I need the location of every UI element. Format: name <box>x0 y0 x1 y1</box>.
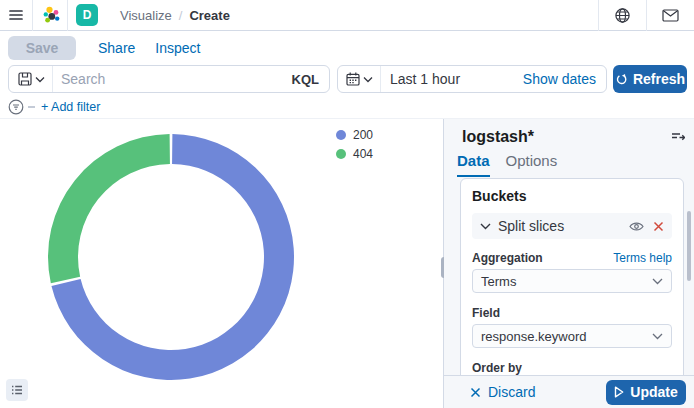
filter-options-button[interactable] <box>8 99 24 115</box>
buckets-panel: Buckets Split slices <box>460 178 684 376</box>
help-globe-button[interactable] <box>599 0 646 31</box>
time-range-value[interactable]: Last 1 hour <box>381 71 460 87</box>
editor-sidebar: logstash* Data Options Buckets Split sli… <box>444 119 694 408</box>
breadcrumb-separator: / <box>179 8 183 23</box>
hamburger-icon <box>8 7 24 23</box>
top-header: D Visualize / Create <box>0 0 694 31</box>
donut-chart[interactable] <box>47 133 295 381</box>
query-bar: KQL Last 1 hour Show dates <box>0 64 694 94</box>
chevron-down-icon <box>652 277 663 285</box>
filter-funnel-icon <box>8 99 24 115</box>
legend-label: 404 <box>353 147 373 161</box>
update-label: Update <box>630 384 677 400</box>
pie-slice-404[interactable] <box>48 134 170 283</box>
legend-dot-200 <box>336 130 346 140</box>
sidebar-tabs: Data Options <box>457 152 557 177</box>
index-pattern-title: logstash* <box>462 128 534 146</box>
show-dates-button[interactable]: Show dates <box>523 71 606 87</box>
split-slices-label: Split slices <box>498 218 564 234</box>
menu-right-icon <box>671 131 685 143</box>
aggregation-select[interactable]: Terms <box>472 269 672 293</box>
header-divider <box>67 0 68 31</box>
close-icon <box>470 387 481 398</box>
elastic-logo-button[interactable] <box>37 0 67 31</box>
header-divider <box>32 0 33 31</box>
visualization-canvas: 200 404 <box>0 119 443 408</box>
date-quick-menu-button[interactable] <box>338 66 381 92</box>
inspect-button[interactable]: Inspect <box>155 40 200 56</box>
save-button[interactable]: Save <box>8 36 76 60</box>
field-value: response.keyword <box>481 329 587 344</box>
saved-query-menu-button[interactable] <box>9 66 53 92</box>
refresh-icon <box>615 73 628 86</box>
refresh-button[interactable]: Refresh <box>613 65 687 93</box>
legend-dot-404 <box>336 149 346 159</box>
discard-label: Discard <box>488 384 535 400</box>
field-label: Field <box>472 306 500 320</box>
legend-item-404[interactable]: 404 <box>336 147 373 161</box>
field-select[interactable]: response.keyword <box>472 324 672 348</box>
mail-icon <box>662 9 679 22</box>
kibana-visualize-editor: D Visualize / Create <box>0 0 694 408</box>
legend-item-200[interactable]: 200 <box>336 128 373 142</box>
chevron-down-icon <box>35 76 45 83</box>
sidebar-scrollbar-thumb[interactable] <box>687 211 691 281</box>
tab-options[interactable]: Options <box>506 152 558 177</box>
order-by-label: Order by <box>472 361 522 375</box>
buckets-heading: Buckets <box>472 188 672 204</box>
breadcrumb-create: Create <box>189 8 229 23</box>
collapse-sidebar-button[interactable] <box>671 131 685 143</box>
accordion-actions <box>629 221 664 232</box>
chevron-down-icon <box>652 332 663 340</box>
menu-hamburger-button[interactable] <box>0 0 32 31</box>
saved-query-icon <box>18 72 32 86</box>
filter-bar-dash <box>28 106 35 108</box>
split-slices-accordion[interactable]: Split slices <box>472 213 672 239</box>
discard-button[interactable]: Discard <box>470 384 535 400</box>
chart-legend: 200 404 <box>336 128 373 161</box>
newsfeed-mail-button[interactable] <box>647 0 694 31</box>
sidebar-footer: Discard Update <box>444 375 694 408</box>
globe-icon <box>614 7 631 24</box>
calendar-icon <box>346 72 360 86</box>
tab-data[interactable]: Data <box>457 152 490 177</box>
refresh-label: Refresh <box>633 71 685 87</box>
editor-toolbar: Save Share Inspect <box>0 32 694 63</box>
play-icon <box>614 386 624 398</box>
list-icon <box>11 384 23 396</box>
elastic-logo-icon <box>42 5 62 25</box>
space-badge[interactable]: D <box>76 4 98 26</box>
query-language-button[interactable]: KQL <box>282 72 329 87</box>
terms-help-link[interactable]: Terms help <box>613 251 672 265</box>
eye-icon[interactable] <box>629 221 644 232</box>
add-filter-button[interactable]: + Add filter <box>41 100 100 114</box>
search-box: KQL <box>8 65 330 93</box>
update-button[interactable]: Update <box>606 380 686 405</box>
chevron-down-icon <box>480 222 491 230</box>
filter-bar: + Add filter <box>0 95 694 119</box>
date-picker: Last 1 hour Show dates <box>337 65 607 93</box>
aggregation-label: Aggregation <box>472 251 543 265</box>
aggregation-value: Terms <box>481 274 516 289</box>
share-button[interactable]: Share <box>98 40 135 56</box>
search-input[interactable] <box>53 71 282 87</box>
legend-toggle-button[interactable] <box>6 379 28 401</box>
chevron-down-icon <box>363 76 373 83</box>
breadcrumb: Visualize / Create <box>120 8 230 23</box>
breadcrumb-visualize[interactable]: Visualize <box>120 8 172 23</box>
remove-bucket-x-icon[interactable] <box>653 221 664 232</box>
legend-label: 200 <box>353 128 373 142</box>
header-right-actions <box>598 0 694 31</box>
